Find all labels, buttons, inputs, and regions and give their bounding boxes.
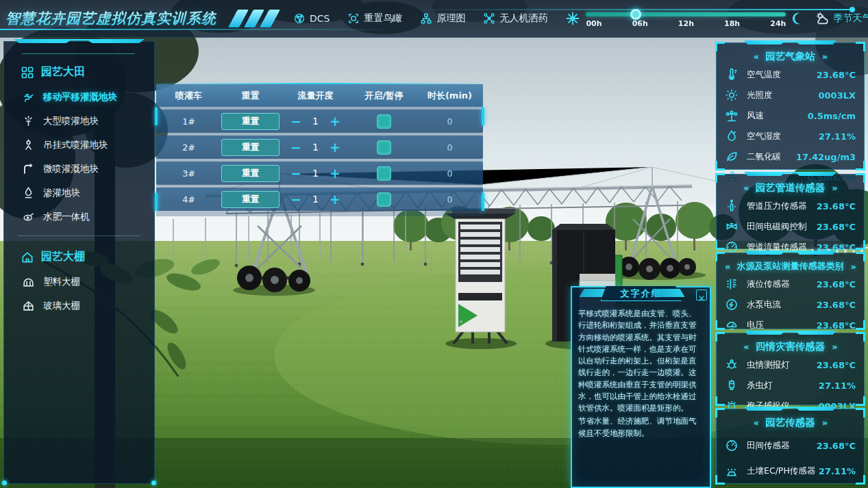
flow-plus-button[interactable]: + (330, 167, 340, 180)
close-icon (698, 292, 705, 298)
reset-button[interactable]: 重置 (221, 191, 280, 208)
anemometer-icon (725, 109, 739, 123)
sidebar-item-plastic-greenhouse[interactable]: 塑料大棚 (4, 270, 154, 294)
network-icon (293, 12, 306, 25)
nav-button-reset-birdview[interactable]: 重置鸟瞰 (347, 12, 402, 25)
voltage-icon (725, 318, 739, 332)
sensor-row: 二氧化碳17.42ug/m3 (717, 146, 864, 167)
panel-prev-arrow[interactable]: « (754, 51, 758, 62)
sidebar-item-large-sprinkler[interactable]: 大型喷灌地块 (4, 109, 154, 133)
sensor-row: 杀虫灯27.11% (717, 375, 864, 396)
slider-handle[interactable] (630, 9, 641, 20)
panel-water-pump-sensors: « 水源及泵站测量传感器类别 » 液位传感器23.68°C 水泵电流23.68°… (716, 253, 865, 329)
field-sensor-icon (725, 439, 739, 452)
start-pause-checkbox[interactable] (377, 166, 391, 181)
panel-title: « 园艺管道传感器 » (717, 179, 864, 196)
panel-horticulture-sensors: « 园艺传感器 » 田间传感器23.68°C 土壤EC/PH传感器27.11% (716, 409, 865, 484)
slider-track[interactable] (586, 12, 786, 16)
panel-next-arrow[interactable]: » (822, 51, 827, 62)
panel-next-arrow[interactable]: » (822, 418, 827, 428)
sensor-row: 空气湿度27.11% (717, 126, 864, 146)
panel-top-decor (744, 40, 836, 44)
panel-prev-arrow[interactable]: « (743, 342, 748, 352)
table-row-cart-1: 1# 重置 −1+ 0 (156, 110, 483, 133)
edge-accent (482, 193, 484, 211)
sidebar-item-mobile-lateral-irrigation[interactable]: 移动平移灌溉地块 (4, 85, 154, 109)
flow-value: 1 (312, 194, 319, 205)
flow-value: 1 (312, 142, 319, 153)
tunnel-icon (22, 275, 35, 288)
panel-weather-station: « 园艺气象站 » 空气温度23.68°C 光照度0003LX 风速0.5ms/… (716, 42, 865, 170)
start-pause-checkbox[interactable] (377, 192, 391, 207)
drone-icon (483, 12, 495, 25)
flow-minus-button[interactable]: − (290, 167, 301, 180)
cloud-sun-icon (815, 11, 830, 26)
reset-button[interactable]: 重置 (221, 139, 280, 156)
intro-paragraph: 平移式喷灌系统是由支管、喷头、行进轮和桁架组成，并沿垂直支管方向移动的喷灌系统。… (578, 308, 704, 414)
flow-plus-button[interactable]: + (330, 141, 340, 154)
flow-minus-button[interactable]: − (290, 141, 301, 154)
flow-minus-button[interactable]: − (290, 193, 301, 206)
panel-top-decor (744, 172, 836, 176)
edge-accent (155, 193, 158, 211)
panel-top-decor (744, 251, 836, 255)
panel-next-arrow[interactable]: » (851, 261, 856, 272)
sensor-row: 水泵电流23.68°C (717, 294, 864, 315)
pipe-pressure-icon (725, 199, 739, 213)
sensor-row: 光照度0003LX (717, 85, 864, 105)
sensor-row: 空气温度23.68°C (717, 64, 864, 85)
panel-next-arrow[interactable]: » (832, 183, 836, 193)
popup-body-text: 平移式喷灌系统是由支管、喷头、行进轮和桁架组成，并沿垂直支管方向移动的喷灌系统。… (572, 304, 710, 445)
sidebar-item-seepage-irrigation[interactable]: 渗灌地块 (4, 181, 154, 205)
intro-paragraph: 节省水量、经济施肥、调节地面气候且不受地形限制。 (578, 415, 704, 439)
sensor-row: 虫情测报灯23.68°C (717, 355, 864, 375)
popup-title-bar: 文字介绍 (572, 287, 710, 304)
thermometer-icon (725, 68, 739, 81)
frame-icon (347, 12, 360, 25)
panel-prev-arrow[interactable]: « (743, 183, 748, 193)
reset-button[interactable]: 重置 (221, 113, 280, 130)
start-pause-checkbox[interactable] (377, 140, 391, 155)
start-pause-checkbox[interactable] (377, 114, 391, 129)
sidebar-corner-dot (2, 480, 7, 485)
nav-button-drone-spray[interactable]: 无人机洒药 (483, 12, 547, 25)
popup-close-button[interactable] (696, 290, 707, 300)
time-of-day-slider: 00h06h12h18h24h (565, 8, 805, 29)
cart-id: 1# (156, 116, 221, 127)
cart-id: 2# (156, 142, 221, 153)
sidebar-item-fertigation-machine[interactable]: 水肥一体机 (4, 205, 154, 229)
panel-next-arrow[interactable]: » (832, 342, 836, 352)
sensor-row: 液位传感器23.68°C (717, 274, 864, 294)
text-intro-popup: 文字介绍 平移式喷灌系统是由支管、喷头、行进轮和桁架组成，并沿垂直支管方向移动的… (571, 286, 711, 488)
grid-icon (21, 66, 34, 79)
sidebar-item-micro-spray[interactable]: 微喷灌溉地块 (4, 157, 154, 181)
panel-title: « 园艺气象站 » (717, 47, 864, 64)
sidebar-section-greenhouse[interactable]: 园艺大棚 (4, 244, 154, 270)
sidebar-item-glass-greenhouse[interactable]: 玻璃大棚 (4, 294, 154, 318)
flow-plus-button[interactable]: + (330, 115, 340, 128)
slider-tick-labels: 00h06h12h18h24h (586, 19, 786, 28)
nav-button-schematic[interactable]: 原理图 (420, 12, 465, 25)
edge-accent (482, 107, 484, 125)
panel-prev-arrow[interactable]: « (725, 261, 730, 272)
sidebar-item-hanging-sprinkler[interactable]: 吊挂式喷灌地块 (4, 133, 154, 157)
nav-button-dcs[interactable]: DCS (293, 12, 330, 25)
insect-killer-lamp-icon (725, 378, 739, 392)
edge-accent (155, 107, 158, 125)
hierarchy-icon (420, 12, 432, 25)
reset-button[interactable]: 重置 (221, 165, 280, 182)
duration-value: 0 (417, 142, 483, 153)
pest-report-lamp-icon (725, 358, 739, 372)
title-underline (0, 29, 384, 30)
sprinkler-icon (22, 114, 35, 127)
machine-icon (22, 210, 35, 223)
season-weather-button[interactable]: 季节天气 (815, 11, 868, 26)
panel-prev-arrow[interactable]: « (754, 418, 758, 428)
flow-plus-button[interactable]: + (330, 193, 340, 206)
sidebar-top-decor (14, 39, 145, 43)
flow-minus-button[interactable]: − (290, 115, 301, 128)
house-icon (21, 251, 34, 264)
sidebar-section-field[interactable]: 园艺大田 (4, 60, 154, 85)
moon-icon (791, 12, 805, 25)
duration-value: 0 (417, 194, 483, 205)
